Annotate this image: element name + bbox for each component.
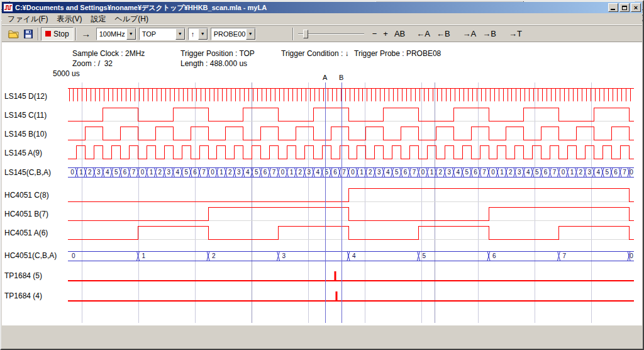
chevron-down-icon[interactable]: ▼ bbox=[175, 28, 185, 40]
toolbar-separator bbox=[292, 28, 294, 40]
chevron-down-icon[interactable]: ▼ bbox=[198, 28, 208, 40]
close-button[interactable]: × bbox=[631, 3, 641, 12]
cursor-a-label[interactable]: A bbox=[323, 74, 327, 81]
channel-label-ls145-b: LS145 B(10) bbox=[4, 130, 47, 138]
zoom-out-button[interactable]: − bbox=[369, 27, 380, 41]
maximize-icon bbox=[622, 6, 627, 10]
goto-cursor-a-left-button[interactable]: ←A bbox=[413, 27, 433, 41]
window-buttons: × bbox=[608, 3, 641, 12]
zoom-slider[interactable] bbox=[298, 27, 364, 41]
channel-label-ls145-bus: LS145(C,B,A) bbox=[4, 168, 51, 177]
stop-label: Stop bbox=[53, 30, 69, 38]
run-arrow-icon: → bbox=[81, 28, 91, 39]
info-zoom: Zoom : / 32 bbox=[72, 59, 113, 68]
title-bar[interactable]: C:¥Documents and Settings¥noname¥デスクトップ¥… bbox=[2, 2, 642, 13]
goto-cursor-b-left-button[interactable]: ←B bbox=[433, 27, 453, 41]
cursor-b-label[interactable]: B bbox=[339, 74, 343, 81]
stop-icon bbox=[45, 31, 51, 37]
open-button[interactable] bbox=[6, 27, 21, 41]
save-button[interactable] bbox=[21, 27, 36, 41]
run-button[interactable]: → bbox=[79, 27, 94, 41]
trigger-edge-select[interactable]: ↑ ▼ bbox=[188, 28, 208, 40]
toolbar-separator bbox=[75, 28, 77, 40]
trigger-edge-value: ↑ bbox=[189, 30, 198, 38]
stop-button[interactable]: Stop bbox=[41, 27, 74, 41]
goto-cursor-b-right-button[interactable]: →B bbox=[479, 27, 499, 41]
minimize-button[interactable] bbox=[608, 3, 618, 12]
zoom-in-button[interactable]: + bbox=[380, 27, 391, 41]
close-icon: × bbox=[634, 4, 638, 11]
menu-view[interactable]: 表示(V) bbox=[52, 13, 86, 25]
info-sample-clock: Sample Clock : 2MHz bbox=[72, 49, 145, 58]
info-trigger-condition: Trigger Condition : ↓ bbox=[281, 49, 349, 58]
menu-bar: ファイル(F) 表示(V) 設定 ヘルプ(H) bbox=[2, 13, 642, 25]
chevron-down-icon[interactable]: ▼ bbox=[126, 28, 136, 40]
channel-label-tp1684-5: TP1684 (5) bbox=[4, 271, 42, 280]
trigger-probe-value: PROBE00 bbox=[211, 30, 246, 38]
info-length: Length : 488.000 us bbox=[180, 59, 247, 68]
open-folder-icon bbox=[8, 29, 19, 38]
toolbar-separator bbox=[38, 28, 39, 40]
window-title: C:¥Documents and Settings¥noname¥デスクトップ¥… bbox=[15, 3, 608, 13]
channel-label-hc4051-c: HC4051 C(8) bbox=[4, 191, 49, 200]
channel-label-ls145-a: LS145 A(9) bbox=[4, 149, 42, 157]
trigger-position-value: TOP bbox=[140, 30, 175, 38]
channel-label-hc4051-a: HC4051 A(6) bbox=[4, 229, 48, 237]
channel-label-tp1684-4: TP1684 (4) bbox=[4, 291, 42, 300]
slider-thumb[interactable] bbox=[303, 30, 308, 38]
maximize-button[interactable] bbox=[619, 3, 630, 12]
chevron-down-icon[interactable]: ▼ bbox=[246, 28, 255, 40]
ab-cursor-button[interactable]: AB bbox=[391, 27, 408, 41]
info-trigger-probe: Trigger Probe : PROBE08 bbox=[354, 49, 441, 58]
floppy-icon bbox=[23, 29, 33, 39]
menu-help[interactable]: ヘルプ(H) bbox=[110, 13, 153, 25]
timebase-label: 5000 us bbox=[53, 69, 80, 78]
channel-label-hc4051-b: HC4051 B(7) bbox=[4, 210, 48, 218]
toolbar: Stop → 100MHz ▼ TOP ▼ ↑ ▼ PROBE00 ▼ − + … bbox=[2, 25, 642, 42]
trigger-probe-select[interactable]: PROBE00 ▼ bbox=[211, 28, 256, 40]
sample-clock-select[interactable]: 100MHz ▼ bbox=[96, 28, 136, 40]
sample-clock-value: 100MHz bbox=[97, 30, 126, 38]
channel-label-ls145-c: LS145 C(11) bbox=[4, 111, 47, 120]
goto-cursor-a-right-button[interactable]: →A bbox=[460, 27, 480, 41]
channel-label-hc4051-bus: HC4051(C,B,A) bbox=[4, 251, 57, 260]
waveform-panel bbox=[2, 42, 642, 325]
menu-file[interactable]: ファイル(F) bbox=[3, 13, 52, 25]
trigger-position-select[interactable]: TOP ▼ bbox=[139, 28, 186, 40]
app-icon bbox=[3, 3, 13, 13]
minimize-icon bbox=[611, 9, 615, 10]
menu-settings[interactable]: 設定 bbox=[86, 13, 110, 25]
goto-trigger-button[interactable]: →T bbox=[506, 27, 525, 41]
channel-label-ls145-d: LS145 D(12) bbox=[4, 92, 47, 101]
info-trigger-position: Trigger Position : TOP bbox=[180, 49, 255, 58]
